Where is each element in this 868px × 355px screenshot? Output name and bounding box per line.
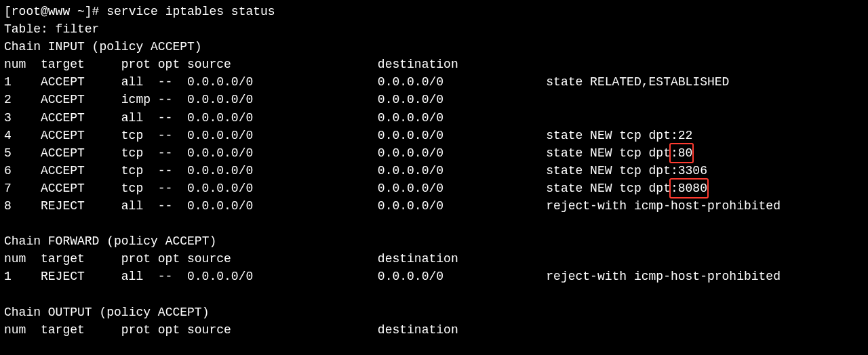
chain-input-title: Chain INPUT (policy ACCEPT): [4, 38, 864, 56]
blank-line: [4, 286, 864, 304]
col-destination: 0.0.0.0/0: [378, 73, 546, 91]
col-source: 0.0.0.0/0: [187, 127, 378, 144]
col-num: 3: [4, 109, 41, 127]
table-row: 6ACCEPTtcp--0.0.0.0/00.0.0.0/0state NEW …: [4, 162, 864, 180]
col-opt: --: [158, 109, 187, 127]
col-opt: --: [158, 127, 187, 144]
blank-line: [4, 215, 864, 232]
col-source: 0.0.0.0/0: [187, 197, 378, 215]
col-opt: --: [158, 180, 187, 197]
shell-command[interactable]: service iptables status: [106, 3, 275, 20]
col-destination: 0.0.0.0/0: [378, 162, 546, 180]
col-target: ACCEPT: [41, 109, 121, 127]
col-target: ACCEPT: [41, 162, 121, 180]
col-source: 0.0.0.0/0: [187, 162, 378, 180]
shell-prompt: [root@www ~]#: [4, 3, 106, 20]
col-prot: all: [121, 109, 158, 127]
table-row: 8REJECTall--0.0.0.0/00.0.0.0/0reject-wit…: [4, 197, 864, 215]
chain-output-title: Chain OUTPUT (policy ACCEPT): [4, 304, 864, 321]
col-extra: state RELATED,ESTABLISHED: [546, 73, 729, 91]
col-prot: all: [121, 197, 158, 215]
col-target: ACCEPT: [41, 180, 121, 197]
col-num: 5: [4, 144, 41, 162]
command-line: [root@www ~]# service iptables status: [4, 3, 864, 20]
table-row: 1REJECTall--0.0.0.0/00.0.0.0/0reject-wit…: [4, 268, 864, 285]
col-opt: --: [158, 73, 187, 91]
col-source: 0.0.0.0/0: [187, 73, 378, 91]
col-target: REJECT: [41, 197, 121, 215]
col-destination: 0.0.0.0/0: [378, 268, 546, 285]
col-extra: state NEW tcp dpt:8080: [546, 180, 707, 197]
col-opt: --: [158, 91, 187, 108]
col-prot: all: [121, 73, 158, 91]
col-prot: icmp: [121, 91, 158, 108]
col-destination: 0.0.0.0/0: [378, 109, 546, 127]
col-num: 1: [4, 73, 41, 91]
col-extra: state NEW tcp dpt:80: [546, 144, 692, 162]
chain-forward-title: Chain FORWARD (policy ACCEPT): [4, 232, 864, 250]
col-opt: --: [158, 144, 187, 162]
column-header: numtargetprotoptsourcedestination: [4, 250, 864, 268]
col-target: ACCEPT: [41, 127, 121, 144]
col-extra: state NEW tcp dpt:3306: [546, 162, 707, 180]
highlight-icon: [669, 178, 709, 199]
table-row: 5ACCEPTtcp--0.0.0.0/00.0.0.0/0state NEW …: [4, 144, 864, 162]
col-source: 0.0.0.0/0: [187, 91, 378, 108]
col-extra: reject-with icmp-host-prohibited: [546, 197, 781, 215]
col-num: 1: [4, 268, 41, 285]
col-destination: 0.0.0.0/0: [378, 144, 546, 162]
col-opt: --: [158, 197, 187, 215]
col-destination: 0.0.0.0/0: [378, 197, 546, 215]
table-filter-line: Table: filter: [4, 20, 864, 38]
highlight-icon: [669, 143, 694, 163]
col-num: 2: [4, 91, 41, 108]
col-prot: tcp: [121, 162, 158, 180]
col-extra: state NEW tcp dpt:22: [546, 127, 692, 144]
table-row: 7ACCEPTtcp--0.0.0.0/00.0.0.0/0state NEW …: [4, 180, 864, 197]
column-header: numtargetprotoptsourcedestination: [4, 56, 864, 73]
col-num: 4: [4, 127, 41, 144]
highlight-annotation: :8080: [671, 180, 707, 197]
col-destination: 0.0.0.0/0: [378, 127, 546, 144]
col-prot: tcp: [121, 144, 158, 162]
col-opt: --: [158, 268, 187, 285]
col-opt: --: [158, 162, 187, 180]
highlight-annotation: :80: [671, 144, 692, 162]
col-target: ACCEPT: [41, 73, 121, 91]
col-prot: tcp: [121, 127, 158, 144]
col-prot: all: [121, 268, 158, 285]
col-source: 0.0.0.0/0: [187, 109, 378, 127]
col-destination: 0.0.0.0/0: [378, 180, 546, 197]
col-num: 6: [4, 162, 41, 180]
col-num: 7: [4, 180, 41, 197]
table-row: 1ACCEPTall--0.0.0.0/00.0.0.0/0state RELA…: [4, 73, 864, 91]
table-row: 4ACCEPTtcp--0.0.0.0/00.0.0.0/0state NEW …: [4, 127, 864, 144]
col-target: ACCEPT: [41, 144, 121, 162]
col-source: 0.0.0.0/0: [187, 180, 378, 197]
col-source: 0.0.0.0/0: [187, 268, 378, 285]
col-prot: tcp: [121, 180, 158, 197]
col-target: REJECT: [41, 268, 121, 285]
col-source: 0.0.0.0/0: [187, 144, 378, 162]
table-row: 3ACCEPTall--0.0.0.0/00.0.0.0/0: [4, 109, 864, 127]
col-extra: reject-with icmp-host-prohibited: [546, 268, 781, 285]
col-destination: 0.0.0.0/0: [378, 91, 546, 108]
col-target: ACCEPT: [41, 91, 121, 108]
column-header: numtargetprotoptsourcedestination: [4, 321, 864, 339]
col-num: 8: [4, 197, 41, 215]
table-row: 2ACCEPTicmp--0.0.0.0/00.0.0.0/0: [4, 91, 864, 108]
